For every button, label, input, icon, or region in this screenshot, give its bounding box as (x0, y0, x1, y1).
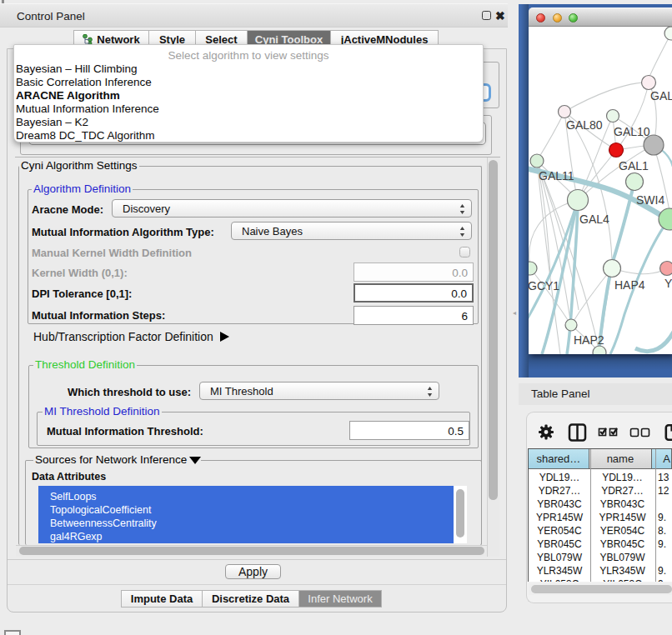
svg-text:GAL4: GAL4 (579, 212, 609, 226)
svg-text:GAL1: GAL1 (619, 159, 649, 172)
svg-text:GAL11: GAL11 (539, 169, 574, 182)
svg-text:Y: Y (664, 277, 672, 290)
svg-text:GCY1: GCY1 (529, 279, 559, 292)
svg-text:SWI4: SWI4 (636, 193, 664, 207)
svg-text:HAP2: HAP2 (574, 333, 604, 347)
svg-text:GAL80: GAL80 (566, 118, 603, 132)
svg-text:GAL10: GAL10 (614, 125, 650, 138)
svg-text:HAP4: HAP4 (614, 278, 645, 292)
svg-text:GAL: GAL (650, 89, 672, 102)
